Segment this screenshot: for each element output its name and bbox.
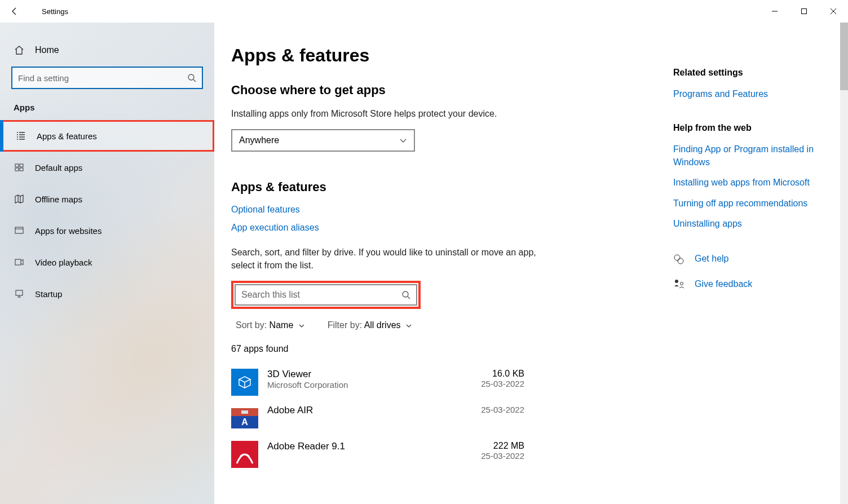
nav-startup[interactable]: Startup bbox=[0, 278, 214, 310]
app-icon bbox=[231, 441, 258, 468]
svg-point-22 bbox=[678, 258, 683, 264]
app-date: 25-03-2022 bbox=[481, 451, 524, 461]
main-content: Apps & features Choose where to get apps… bbox=[214, 23, 673, 504]
choose-desc: Installing apps only from Microsoft Stor… bbox=[231, 108, 547, 120]
svg-rect-5 bbox=[20, 164, 23, 167]
programs-features-link[interactable]: Programs and Features bbox=[673, 88, 837, 100]
help-heading: Help from the web bbox=[673, 123, 837, 133]
svg-rect-18 bbox=[241, 410, 248, 414]
chevron-down-icon bbox=[405, 322, 412, 329]
related-heading: Related settings bbox=[673, 68, 837, 78]
svg-rect-1 bbox=[802, 9, 807, 14]
video-icon bbox=[14, 257, 25, 267]
home-label: Home bbox=[35, 45, 59, 55]
settings-search[interactable] bbox=[11, 67, 203, 89]
help-icon bbox=[673, 254, 684, 265]
website-icon bbox=[14, 226, 25, 236]
app-name: 3D Viewer bbox=[267, 369, 481, 380]
app-source-select[interactable]: Anywhere bbox=[231, 129, 415, 152]
nav-label: Startup bbox=[35, 289, 62, 299]
svg-rect-6 bbox=[15, 168, 19, 171]
svg-point-24 bbox=[681, 282, 683, 285]
svg-rect-7 bbox=[20, 168, 23, 171]
scrollbar-thumb[interactable] bbox=[840, 23, 848, 90]
svg-point-23 bbox=[675, 280, 678, 283]
app-row[interactable]: 3D Viewer Microsoft Corporation 16.0 KB … bbox=[231, 364, 524, 400]
app-name: Adobe Reader 9.1 bbox=[267, 441, 481, 452]
choose-heading: Choose where to get apps bbox=[231, 83, 656, 98]
settings-search-input[interactable] bbox=[18, 73, 187, 83]
nav-video-playback[interactable]: Video playback bbox=[0, 246, 214, 278]
help-link[interactable]: Installing web apps from Microsoft bbox=[673, 176, 837, 189]
home-icon bbox=[14, 45, 25, 55]
svg-point-2 bbox=[188, 74, 194, 80]
nav-apps-websites[interactable]: Apps for websites bbox=[0, 215, 214, 246]
svg-text:A: A bbox=[241, 417, 248, 427]
sort-value: Name bbox=[270, 320, 294, 330]
search-list-highlight bbox=[231, 281, 421, 309]
filter-control[interactable]: Filter by: All drives bbox=[328, 320, 412, 330]
svg-point-14 bbox=[403, 291, 408, 297]
scrollbar[interactable] bbox=[840, 23, 848, 504]
app-icon: A bbox=[231, 405, 258, 432]
back-button[interactable] bbox=[3, 0, 26, 23]
nav-label: Offline maps bbox=[35, 194, 82, 204]
app-row[interactable]: Adobe Reader 9.1 222 MB 25-03-2022 bbox=[231, 436, 524, 472]
search-list-input[interactable] bbox=[241, 290, 401, 300]
help-link[interactable]: Uninstalling apps bbox=[673, 218, 837, 230]
startup-icon bbox=[14, 289, 25, 299]
app-name: Adobe AIR bbox=[267, 405, 481, 416]
defaults-icon bbox=[14, 162, 25, 173]
app-date: 25-03-2022 bbox=[481, 379, 524, 388]
svg-rect-11 bbox=[16, 290, 23, 295]
optional-features-link[interactable]: Optional features bbox=[231, 205, 656, 215]
right-rail: Related settings Programs and Features H… bbox=[673, 23, 848, 504]
nav-label: Apps & features bbox=[37, 131, 97, 141]
search-desc: Search, sort, and filter by drive. If yo… bbox=[231, 246, 547, 272]
sort-control[interactable]: Sort by: Name bbox=[236, 320, 305, 330]
svg-rect-4 bbox=[15, 164, 19, 167]
window-title: Settings bbox=[42, 7, 68, 16]
apps-count: 67 apps found bbox=[231, 344, 656, 354]
app-size: 222 MB bbox=[481, 441, 524, 451]
minimize-button[interactable] bbox=[760, 0, 789, 23]
app-icon bbox=[231, 369, 258, 396]
sort-label: Sort by: bbox=[236, 320, 267, 330]
list-icon bbox=[15, 131, 26, 141]
nav-label: Apps for websites bbox=[35, 226, 101, 236]
svg-rect-8 bbox=[15, 227, 23, 233]
search-icon bbox=[401, 290, 410, 299]
help-link[interactable]: Turning off app recommendations bbox=[673, 197, 837, 210]
chevron-down-icon bbox=[298, 322, 305, 329]
nav-label: Video playback bbox=[35, 258, 92, 267]
get-help-link[interactable]: Get help bbox=[695, 253, 728, 265]
app-date: 25-03-2022 bbox=[481, 405, 524, 414]
search-icon bbox=[187, 73, 196, 82]
maximize-button[interactable] bbox=[789, 0, 819, 23]
search-list-box[interactable] bbox=[235, 284, 417, 306]
app-size: 16.0 KB bbox=[481, 369, 524, 379]
nav-apps-features[interactable]: Apps & features bbox=[0, 120, 214, 152]
nav-offline-maps[interactable]: Offline maps bbox=[0, 183, 214, 215]
svg-line-3 bbox=[193, 79, 196, 82]
svg-point-21 bbox=[674, 255, 680, 260]
filter-label: Filter by: bbox=[328, 320, 362, 330]
apps-subheading: Apps & features bbox=[231, 180, 656, 194]
titlebar: Settings bbox=[0, 0, 848, 23]
feedback-icon bbox=[673, 278, 684, 290]
svg-line-15 bbox=[408, 297, 410, 299]
nav-default-apps[interactable]: Default apps bbox=[0, 152, 214, 183]
app-aliases-link[interactable]: App execution aliases bbox=[231, 223, 656, 233]
section-label: Apps bbox=[0, 103, 214, 120]
chevron-down-icon bbox=[399, 136, 407, 144]
close-button[interactable] bbox=[819, 0, 848, 23]
app-row[interactable]: A Adobe AIR 25-03-2022 bbox=[231, 400, 524, 436]
filter-value: All drives bbox=[364, 320, 401, 330]
sidebar: Home Apps Apps & features bbox=[0, 23, 214, 504]
combo-value: Anywhere bbox=[239, 135, 279, 145]
nav-label: Default apps bbox=[35, 163, 82, 173]
home-nav[interactable]: Home bbox=[0, 39, 214, 67]
page-title: Apps & features bbox=[231, 45, 656, 66]
help-link[interactable]: Finding App or Program installed in Wind… bbox=[673, 143, 837, 169]
give-feedback-link[interactable]: Give feedback bbox=[695, 278, 752, 290]
